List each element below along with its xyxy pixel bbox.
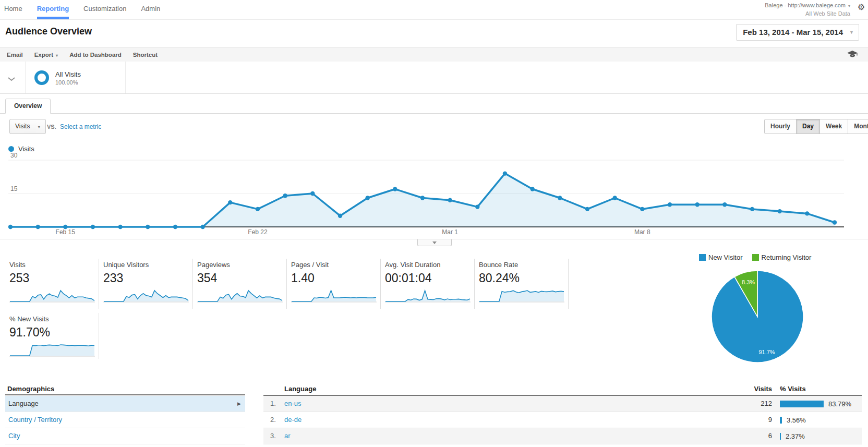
metric-label: Visits bbox=[9, 261, 99, 269]
education-cap-icon[interactable] bbox=[847, 51, 858, 61]
tab-overview[interactable]: Overview bbox=[5, 99, 51, 114]
nav-item-customization[interactable]: Customization bbox=[83, 0, 126, 19]
table-row: 3. ar 6 2.37% bbox=[263, 428, 862, 444]
demographics-list: Language ▶ Country / Territory City bbox=[5, 396, 245, 444]
legend-item-new-visitor: New Visitor bbox=[699, 253, 743, 261]
account-selector[interactable]: Balege - http://www.balege.com▾ All Web … bbox=[765, 2, 850, 18]
granularity-day-button[interactable]: Day bbox=[796, 119, 820, 134]
row-rank: 1. bbox=[270, 396, 276, 412]
language-table-header: Language Visits % Visits bbox=[263, 385, 862, 394]
arrow-right-icon: ▶ bbox=[237, 396, 241, 412]
svg-text:15: 15 bbox=[10, 185, 18, 192]
segment-percent: 100.00% bbox=[55, 79, 78, 86]
segment-row: All Visits 100.00% bbox=[0, 62, 868, 94]
demographics-item-country-territory[interactable]: Country / Territory bbox=[5, 412, 245, 428]
granularity-month-button[interactable]: Month bbox=[848, 119, 868, 134]
gear-icon[interactable]: ⚙ bbox=[858, 2, 865, 12]
date-range-value: Feb 13, 2014 - Mar 15, 2014 bbox=[743, 28, 843, 37]
sparkline bbox=[9, 288, 95, 303]
divider bbox=[25, 62, 26, 93]
nav-item-home[interactable]: Home bbox=[4, 0, 22, 19]
metric-value: 354 bbox=[197, 271, 286, 285]
granularity-week-button[interactable]: Week bbox=[819, 119, 848, 134]
metric-label: Pageviews bbox=[197, 261, 286, 269]
new-visitor-swatch-icon bbox=[699, 254, 706, 261]
divider bbox=[5, 394, 245, 395]
chevron-down-icon: ▾ bbox=[848, 4, 850, 8]
returning-visitor-swatch-icon bbox=[752, 254, 759, 261]
visitor-type-pie-chart[interactable]: 91.7%8.3% bbox=[710, 270, 804, 364]
language-table: Language Visits % Visits 1. en-us 212 83… bbox=[263, 385, 862, 444]
column-header-visits: Visits bbox=[712, 385, 772, 393]
language-link[interactable]: ar bbox=[284, 428, 291, 444]
metric-card-avg-visit-duration: Avg. Visit Duration 00:01:04 bbox=[381, 259, 475, 309]
metric-card-pct-new-visits: % New Visits 91.70% bbox=[5, 313, 99, 359]
granularity-hourly-button[interactable]: Hourly bbox=[764, 119, 797, 134]
metric-dropdown[interactable]: Visits ▾ bbox=[9, 119, 46, 134]
column-header-language: Language bbox=[284, 385, 316, 393]
metric-label: % New Visits bbox=[9, 315, 99, 323]
row-rank: 2. bbox=[270, 412, 276, 428]
sparkline bbox=[385, 288, 471, 303]
pct-value: 83.79% bbox=[828, 400, 851, 408]
visits-line-chart[interactable]: 1530Feb 15Feb 22Mar 1Mar 8 bbox=[0, 149, 868, 240]
account-profile: All Web Site Data bbox=[765, 10, 850, 18]
nav-items: Home Reporting Customization Admin bbox=[4, 0, 160, 19]
demographics-item-language[interactable]: Language ▶ bbox=[5, 396, 245, 412]
demographics-item-label: City bbox=[8, 432, 20, 440]
svg-text:Feb 22: Feb 22 bbox=[248, 228, 268, 236]
segment-collapse-chevron-icon[interactable] bbox=[7, 74, 16, 83]
add-to-dashboard-button[interactable]: Add to Dashboard bbox=[69, 52, 122, 58]
pct-value: 2.37% bbox=[786, 432, 805, 440]
select-a-metric-link[interactable]: Select a metric bbox=[60, 123, 101, 130]
metric-card-bounce-rate: Bounce Rate 80.24% bbox=[475, 259, 569, 309]
language-link[interactable]: en-us bbox=[284, 396, 302, 412]
metric-label: Pages / Visit bbox=[291, 261, 380, 269]
nav-item-reporting[interactable]: Reporting bbox=[37, 0, 69, 19]
metric-label: Bounce Rate bbox=[479, 261, 568, 269]
chevron-down-icon: ▾ bbox=[56, 53, 58, 58]
action-bar: Email Export▾ Add to Dashboard Shortcut bbox=[0, 47, 868, 62]
chevron-down-icon: ▼ bbox=[849, 25, 854, 40]
metric-card-pages-per-visit: Pages / Visit 1.40 bbox=[287, 259, 381, 309]
page-title: Audience Overview bbox=[5, 26, 92, 37]
language-link[interactable]: de-de bbox=[284, 412, 302, 428]
pct-bar bbox=[780, 401, 824, 407]
pct-bar bbox=[780, 433, 781, 440]
legend-label: Returning Visitor bbox=[762, 253, 812, 261]
metric-value: 233 bbox=[103, 271, 192, 285]
top-navbar: Home Reporting Customization Admin Baleg… bbox=[0, 0, 868, 20]
demographics-item-label: Language bbox=[8, 400, 39, 407]
visits-value: 6 bbox=[712, 428, 772, 444]
export-button[interactable]: Export▾ bbox=[34, 52, 58, 58]
date-range-selector[interactable]: Feb 13, 2014 - Mar 15, 2014 ▼ bbox=[736, 24, 859, 41]
metric-dropdown-value: Visits bbox=[15, 123, 30, 130]
shortcut-button[interactable]: Shortcut bbox=[133, 52, 158, 58]
segment-name[interactable]: All Visits bbox=[55, 70, 81, 78]
tab-strip: Overview bbox=[0, 93, 868, 114]
sparkline bbox=[9, 342, 95, 357]
action-items: Email Export▾ Add to Dashboard Shortcut bbox=[7, 47, 158, 62]
metric-card-unique-visitors: Unique Visitors 233 bbox=[99, 259, 193, 309]
svg-text:Mar 1: Mar 1 bbox=[442, 228, 458, 236]
triangle-down-icon bbox=[432, 241, 437, 244]
pct-bar bbox=[780, 417, 782, 424]
account-name: Balege - http://www.balege.com bbox=[765, 2, 846, 8]
nav-item-admin[interactable]: Admin bbox=[141, 0, 160, 19]
metric-card-pageviews: Pageviews 354 bbox=[193, 259, 287, 309]
legend-label: New Visitor bbox=[708, 253, 743, 261]
visits-value: 9 bbox=[712, 412, 772, 428]
demographics-item-city[interactable]: City bbox=[5, 428, 245, 444]
chart-collapse-handle[interactable] bbox=[417, 239, 452, 246]
email-button[interactable]: Email bbox=[7, 52, 23, 58]
divider bbox=[125, 62, 126, 93]
pie-legend: New Visitor Returning Visitor bbox=[699, 253, 811, 261]
demographics-item-label: Country / Territory bbox=[8, 416, 62, 424]
metric-value: 00:01:04 bbox=[385, 271, 474, 285]
visits-value: 212 bbox=[712, 396, 772, 412]
svg-text:91.7%: 91.7% bbox=[758, 349, 775, 355]
metric-value: 253 bbox=[9, 271, 99, 285]
sparkline bbox=[197, 288, 283, 303]
sparkline bbox=[479, 288, 564, 303]
export-label: Export bbox=[34, 52, 53, 58]
